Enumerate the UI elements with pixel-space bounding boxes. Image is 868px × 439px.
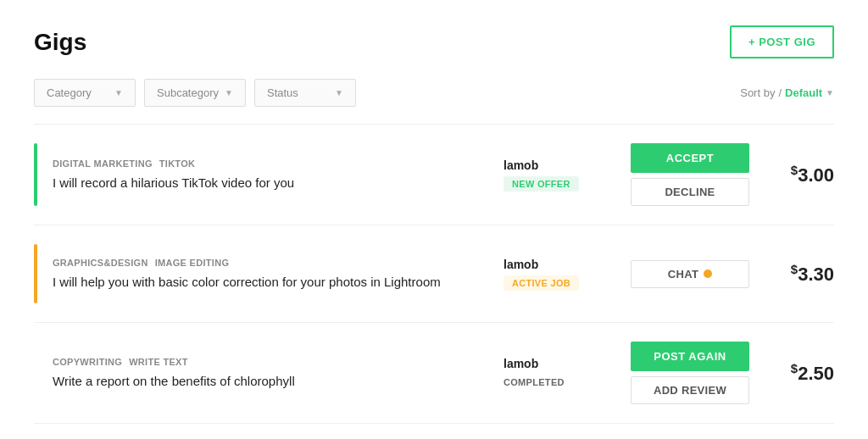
gig-price: $3.00 xyxy=(758,163,834,186)
category-label: Category xyxy=(47,86,92,99)
status-filter[interactable]: Status ▼ xyxy=(254,79,356,107)
gig-user-col: lamobACTIVE JOB xyxy=(487,258,622,291)
gig-accent-bar xyxy=(34,143,37,206)
sort-separator: / xyxy=(778,86,782,99)
category-chevron: ▼ xyxy=(114,88,123,97)
gig-user-col: lamobNEW OFFER xyxy=(487,158,622,192)
gig-tag: DIGITAL MARKETING xyxy=(53,158,153,169)
gig-tags: COPYWRITINGWRITE TEXT xyxy=(53,357,487,367)
sort-chevron: ▼ xyxy=(826,88,834,97)
currency-symbol: $ xyxy=(791,361,798,375)
gig-card: COPYWRITINGWRITE TEXTWrite a report on t… xyxy=(34,322,834,424)
gig-actions: CHAT xyxy=(622,260,758,288)
currency-symbol: $ xyxy=(791,163,798,177)
subcategory-chevron: ▼ xyxy=(225,88,233,97)
gig-title: I will help you with basic color correct… xyxy=(53,273,487,291)
gig-actions: POST AGAINADD REVIEW xyxy=(622,342,758,404)
gig-username: lamob xyxy=(504,158,605,172)
gig-title: I will record a hilarious TikTok video f… xyxy=(53,174,487,192)
filters-row: Category ▼ Subcategory ▼ Status ▼ Sort b… xyxy=(34,79,834,107)
gig-tag: GRAPHICS&DESIGN xyxy=(53,258,148,268)
status-badge: NEW OFFER xyxy=(504,176,579,192)
subcategory-label: Subcategory xyxy=(157,86,219,99)
decline-button[interactable]: DECLINE xyxy=(631,178,749,206)
gig-username: lamob xyxy=(504,258,605,271)
gig-tags: DIGITAL MARKETINGTIKTOK xyxy=(53,158,487,169)
gig-username: lamob xyxy=(504,357,605,370)
gig-card: DIGITAL MARKETINGTIKTOKI will record a h… xyxy=(34,124,834,225)
gig-user-col: lamobCOMPLETED xyxy=(487,357,622,390)
subcategory-filter[interactable]: Subcategory ▼ xyxy=(144,79,246,107)
gig-card: GRAPHICS&DESIGNIMAGE EDITINGI will help … xyxy=(34,225,834,322)
gig-info: DIGITAL MARKETINGTIKTOKI will record a h… xyxy=(53,158,487,192)
status-badge: COMPLETED xyxy=(504,375,573,390)
chat-label: CHAT xyxy=(668,268,698,281)
status-label: Status xyxy=(267,86,298,99)
chat-dot xyxy=(704,270,712,278)
gig-list: DIGITAL MARKETINGTIKTOKI will record a h… xyxy=(34,124,834,424)
sort-label: Sort by xyxy=(740,86,775,99)
gig-title: Write a report on the benefits of chloro… xyxy=(53,372,487,390)
sort-value[interactable]: Default ▼ xyxy=(785,86,834,99)
post-gig-button[interactable]: + POST GIG xyxy=(730,25,834,58)
gig-info: COPYWRITINGWRITE TEXTWrite a report on t… xyxy=(53,357,487,390)
category-filter[interactable]: Category ▼ xyxy=(34,79,136,107)
chat-button[interactable]: CHAT xyxy=(631,260,749,288)
gig-tags: GRAPHICS&DESIGNIMAGE EDITING xyxy=(53,258,487,268)
gig-price: $3.30 xyxy=(758,262,834,286)
gig-tag: TIKTOK xyxy=(159,158,196,169)
filters-left: Category ▼ Subcategory ▼ Status ▼ xyxy=(34,79,356,107)
page-header: Gigs + POST GIG xyxy=(34,25,834,58)
gig-accent-bar xyxy=(34,342,37,404)
gig-price: $2.50 xyxy=(758,361,834,385)
status-chevron: ▼ xyxy=(335,88,343,97)
gig-tag: COPYWRITING xyxy=(53,357,122,367)
add-review-button[interactable]: ADD REVIEW xyxy=(631,376,749,404)
post-again-button[interactable]: POST AGAIN xyxy=(631,342,749,371)
gig-info: GRAPHICS&DESIGNIMAGE EDITINGI will help … xyxy=(53,258,487,291)
gig-accent-bar xyxy=(34,244,37,303)
gig-actions: ACCEPTDECLINE xyxy=(622,143,758,206)
currency-symbol: $ xyxy=(791,262,798,276)
page-title: Gigs xyxy=(34,29,86,56)
gig-tag: WRITE TEXT xyxy=(129,357,188,367)
accept-button[interactable]: ACCEPT xyxy=(631,143,749,173)
sort-row: Sort by / Default ▼ xyxy=(740,86,834,99)
gig-tag: IMAGE EDITING xyxy=(155,258,230,268)
status-badge: ACTIVE JOB xyxy=(504,275,579,291)
